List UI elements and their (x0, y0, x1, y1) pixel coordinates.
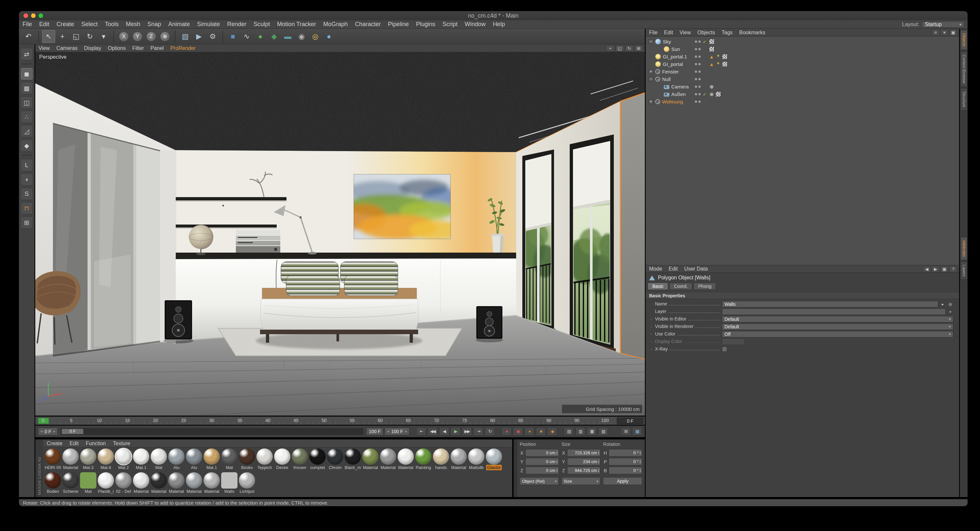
window-2[interactable] (568, 135, 616, 354)
menu-item-pipeline[interactable]: Pipeline (384, 21, 412, 28)
dock-tab-objects[interactable]: Objects (960, 30, 967, 50)
material-swatch-material[interactable]: Material (132, 472, 150, 495)
target-tag[interactable]: ⊕ (709, 91, 714, 97)
apply-button[interactable]: Apply (603, 477, 642, 485)
material-swatch-02-def[interactable]: 02 - Def (115, 472, 132, 495)
menu-item-render[interactable]: Render (223, 21, 250, 28)
dock-tab-layers[interactable]: Layers (960, 262, 967, 280)
material-swatch-hands[interactable]: hands (432, 449, 450, 471)
expand-toggle[interactable]: − (648, 39, 653, 44)
dock-tab-content-browser[interactable]: Content Browser (960, 51, 967, 87)
powerslider-options-button[interactable]: ⊞ (620, 427, 631, 436)
material-swatch-plastik-i[interactable]: Plastik_i (97, 472, 115, 495)
name-field[interactable]: Walls (722, 301, 938, 308)
visibility-dots[interactable] (694, 40, 702, 43)
powerslider-handle[interactable]: 0 F (62, 429, 83, 434)
rotation-h-field[interactable]: 0 °▴▾ (609, 449, 642, 457)
coordinate-mode-select[interactable]: Object (Rel)▾ (520, 477, 559, 485)
outer-wall[interactable] (620, 93, 645, 360)
window-1[interactable] (519, 149, 556, 334)
viewport-menu-panel[interactable]: Panel (147, 45, 167, 51)
object-manager-menu-edit[interactable]: Edit (661, 30, 676, 36)
motion-system-button[interactable]: ▦ (587, 427, 597, 436)
visibility-dots[interactable] (694, 63, 702, 65)
texture-tag[interactable] (722, 54, 727, 59)
target-tag[interactable]: ⊕ (709, 84, 714, 89)
coordinate-system-button[interactable]: ⊕ (158, 30, 172, 43)
quantize-button[interactable]: ⊞ (21, 216, 33, 229)
wardrobe[interactable] (53, 124, 176, 356)
stepper-left-icon[interactable]: ◂ (387, 429, 389, 433)
lock-x-axis-button[interactable]: X (117, 30, 130, 43)
stereo-stack[interactable] (236, 230, 280, 253)
timeline-tick[interactable]: 85 (518, 418, 523, 423)
warning-tag[interactable]: ▲ (709, 61, 714, 67)
material-swatch-lichtpol[interactable]: Lichtpol (238, 472, 256, 495)
magnet-snap-button[interactable]: ⊓ (21, 202, 33, 214)
timeline-ruler[interactable]: 0 F 051015202530354045505560657075808590… (35, 417, 645, 425)
menu-item-window[interactable]: Window (461, 21, 489, 28)
timeline-tick[interactable]: 5 (70, 418, 73, 423)
viewport-menu-view[interactable]: View (35, 45, 53, 51)
rotation-b-field[interactable]: 0 °▴▾ (609, 467, 642, 474)
timeline-tick[interactable]: 90 (546, 418, 551, 423)
visible-in-editor-select[interactable]: Default▾ (722, 316, 953, 322)
menu-item-character[interactable]: Character (351, 21, 384, 28)
filter-icon[interactable]: ≡ (932, 29, 940, 36)
material-swatch-painting[interactable]: Painting (415, 449, 432, 471)
coordinates-handle[interactable] (514, 440, 517, 497)
timeline-tick[interactable]: 75 (462, 418, 467, 423)
material-swatch-black-m[interactable]: Black_m (344, 449, 362, 471)
play-button[interactable]: ▶ (450, 427, 461, 436)
object-row-fenster[interactable]: +Fenster (646, 68, 959, 75)
add-sky-button[interactable]: ● (323, 30, 336, 43)
move-tool[interactable]: + (56, 30, 69, 43)
stepper-icons[interactable]: ▴▾ (598, 460, 599, 464)
material-swatch-material[interactable]: Material (362, 449, 379, 471)
lock-z-axis-button[interactable]: Z (145, 30, 158, 43)
size-x-field[interactable]: 723.326 cm▴▾ (567, 449, 601, 457)
menu-item-sculpt[interactable]: Sculpt (250, 21, 274, 28)
axis-lock-button[interactable]: L (21, 159, 33, 171)
material-swatch-material[interactable]: Material (167, 472, 185, 495)
material-swatch-glastür[interactable]: Glastür (485, 449, 503, 471)
material-swatch-mat[interactable]: Mat (150, 449, 167, 471)
layer-dot-icon[interactable]: ◎ (947, 302, 953, 306)
render-picture-viewer-button[interactable]: ▶ (192, 30, 205, 43)
keyframe-selection-button[interactable]: ▤ (564, 427, 574, 436)
warning-tag[interactable]: ▲ (709, 54, 714, 59)
tab-coord[interactable]: Coord. (669, 283, 692, 290)
size-y-field[interactable]: 234 cm▴▾ (567, 458, 601, 465)
material-swatch-material[interactable]: Material (203, 472, 221, 495)
material-swatch-mat-1[interactable]: Mat.1 (132, 449, 150, 471)
object-row-null[interactable]: −Null (646, 75, 959, 83)
zoom-view-icon[interactable]: ◱ (616, 45, 624, 52)
material-menu-create[interactable]: Create (43, 441, 66, 447)
viewport-menu-filter[interactable]: Filter (129, 45, 147, 51)
layer-field[interactable] (722, 308, 946, 315)
menu-item-tools[interactable]: Tools (101, 21, 122, 28)
record-keyframe-button[interactable]: ● (501, 427, 512, 436)
material-swatch-material[interactable]: Material (150, 472, 167, 495)
expand-toggle[interactable]: + (648, 69, 653, 74)
snap-toggle-button[interactable]: S (21, 188, 33, 200)
menu-item-create[interactable]: Create (53, 21, 78, 28)
tab-basic[interactable]: Basic (648, 283, 668, 290)
attribute-manager-menu-user-data[interactable]: User Data (681, 266, 711, 272)
attribute-manager-menu-edit[interactable]: Edit (665, 266, 681, 272)
rotate-view-icon[interactable]: ↻ (625, 45, 633, 52)
material-swatch-material[interactable]: Material (185, 472, 203, 495)
timeline-tick[interactable]: 60 (378, 418, 383, 423)
position-z-field[interactable]: 0 cm▴▾ (525, 467, 559, 474)
object-manager-menu-bookmarks[interactable]: Bookmarks (736, 30, 768, 36)
material-swatch-material[interactable]: Material (450, 449, 468, 471)
loop-button[interactable]: ↻ (485, 427, 495, 436)
tab-phong[interactable]: Phong (694, 283, 716, 290)
viewport[interactable]: Grid Spacing : 10000 cm Perspective (35, 52, 645, 416)
timeline-tick[interactable]: 35 (237, 418, 242, 423)
menu-item-help[interactable]: Help (489, 21, 509, 28)
record-scale-button[interactable]: ■ (536, 427, 546, 436)
material-swatch-mattsilb[interactable]: Mattsilb (468, 449, 485, 471)
material-swatch-hdri-00[interactable]: HDRI 00 (44, 449, 62, 471)
solo-button[interactable]: ▧ (598, 427, 608, 436)
